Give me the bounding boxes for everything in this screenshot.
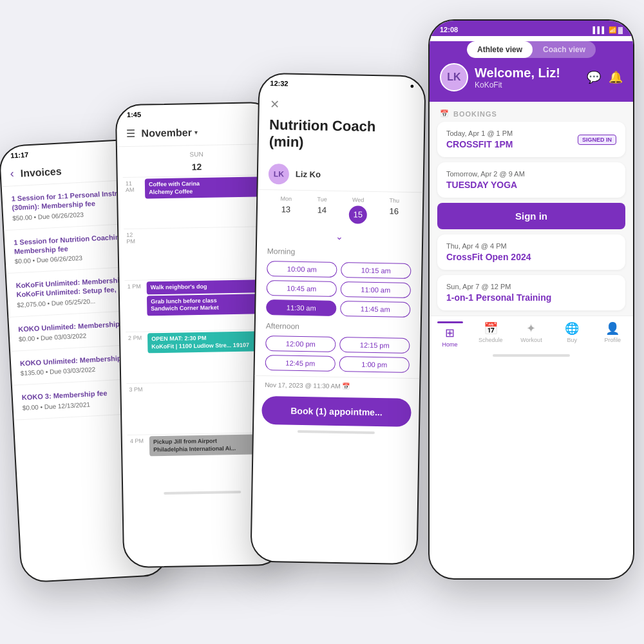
user-avatar: LK [440, 63, 468, 91]
date-col-mon[interactable]: Mon 13 [268, 195, 305, 223]
nav-buy[interactable]: 🌐 Buy [556, 321, 588, 348]
welcome-sub: KoKoFit [475, 80, 560, 90]
nav-schedule[interactable]: 📅 Schedule [475, 321, 507, 348]
signed-in-badge: SIGNED IN [578, 135, 616, 145]
booking-card-4[interactable]: Sun, Apr 7 @ 12 PM 1-on-1 Personal Train… [437, 275, 625, 310]
calendar-day-num-row: 12 [122, 159, 270, 177]
athlete-view-btn[interactable]: Athlete view [467, 41, 533, 58]
time-slot-12pm: 12 PM [124, 226, 272, 280]
phone-main: 12:08 ▌▌▌ 📶 ▓ Athlete view Coach view LK… [428, 19, 634, 580]
battery-icon: ▓ [618, 26, 623, 33]
home-indicator-nutrition [298, 430, 375, 434]
month-label: November [141, 127, 192, 139]
buy-icon: 🌐 [565, 321, 579, 336]
nav-label-profile: Profile [605, 337, 621, 343]
signal-bar-icon: ▌▌▌ [592, 26, 606, 33]
welcome-row: LK Welcome, Liz! KoKoFit 💬 🔔 [440, 63, 623, 91]
menu-icon[interactable]: ☰ [126, 128, 135, 140]
slot-1200pm[interactable]: 12:00 pm [265, 336, 336, 352]
event-subtitle: KoKoFit | 1100 Ludlow Stre... 19107 [151, 341, 269, 351]
close-button[interactable]: ✕ [260, 90, 425, 117]
date-col-thu[interactable]: Thu 16 [376, 197, 413, 225]
cal-event-dog[interactable]: Walk neighbor's dog [147, 279, 272, 294]
cal-event-coffee[interactable]: Coffee with Carina Alchemy Coffee [145, 176, 270, 199]
slot-100pm[interactable]: 1:00 pm [339, 356, 410, 373]
booking-card-row-1: Today, Apr 1 @ 1 PM CROSSFIT 1PM SIGNED … [446, 129, 616, 149]
afternoon-slots-grid: 12:00 pm 12:15 pm 12:45 pm 1:00 pm [255, 333, 421, 375]
signal-icons-main: ▌▌▌ 📶 ▓ [592, 26, 623, 33]
event-subtitle: Alchemy Coffee [149, 187, 266, 196]
schedule-icon: 📅 [484, 321, 498, 336]
time-label-3pm: 3 PM [126, 383, 147, 393]
cal-event-lunch[interactable]: Grab lunch before class Sandwich Corner … [147, 294, 272, 316]
main-content: 📅 BOOKINGS Today, Apr 1 @ 1 PM CROSSFIT … [430, 102, 633, 316]
coach-view-btn[interactable]: Coach view [533, 41, 596, 58]
profile-icon: 👤 [605, 321, 620, 336]
date-col-tue[interactable]: Tue 14 [304, 196, 341, 223]
signal-nutrition: ● [410, 82, 415, 90]
coach-name: Liz Ko [296, 169, 321, 180]
booking-date-1: Today, Apr 1 @ 1 PM CROSSFIT 1PM [446, 129, 513, 149]
bottom-nav: ⊞ Home 📅 Schedule ✦ Workout 🌐 Buy 👤 Prof… [430, 316, 633, 350]
booking-card-1[interactable]: Today, Apr 1 @ 1 PM CROSSFIT 1PM SIGNED … [437, 122, 625, 157]
slot-1145am[interactable]: 11:45 am [340, 301, 410, 317]
nav-home[interactable]: ⊞ Home [434, 321, 466, 348]
home-indicator-main [493, 354, 570, 357]
booking-date-4: Sun, Apr 7 @ 12 PM [446, 283, 616, 290]
time-main: 12:08 [440, 26, 458, 33]
booking-date-3: Thu, Apr 4 @ 4 PM [446, 242, 616, 250]
nav-profile[interactable]: 👤 Profile [596, 321, 629, 348]
back-icon[interactable]: ‹ [10, 167, 14, 180]
date-picker: Mon 13 Tue 14 Wed 15 Thu 16 [257, 190, 422, 230]
bell-icon[interactable]: 🔔 [609, 70, 623, 84]
time-label-4pm: 4 PM [128, 435, 148, 444]
booking-class-2: TUESDAY YOGA [446, 180, 616, 190]
time-label-2pm: 2 PM [126, 332, 146, 341]
sign-in-button[interactable]: Sign in [437, 203, 625, 229]
slot-1045am[interactable]: 10:45 am [267, 280, 337, 297]
book-button[interactable]: Book (1) appointme... [261, 396, 412, 427]
coach-avatar: LK [269, 164, 290, 185]
view-toggle: Athlete view Coach view [467, 41, 596, 58]
nav-workout[interactable]: ✦ Workout [515, 321, 547, 348]
calendar-small-icon: 📅 [440, 109, 450, 118]
slot-1245pm[interactable]: 12:45 pm [265, 355, 336, 372]
booking-class-4: 1-on-1 Personal Training [446, 292, 616, 303]
home-indicator-calendar [164, 491, 241, 495]
booking-card-2[interactable]: Tomorrow, Apr 2 @ 9 AM TUESDAY YOGA [437, 162, 625, 198]
event-subtitle: Sandwich Corner Market [151, 304, 268, 314]
chat-icon[interactable]: 💬 [587, 70, 601, 84]
slot-1000am[interactable]: 10:00 am [267, 261, 337, 278]
time-calendar: 1:45 [127, 111, 141, 118]
time-nutrition: 12:32 [270, 79, 288, 87]
wifi-icon: 📶 [609, 26, 616, 33]
dropdown-arrow-icon[interactable]: ▾ [194, 129, 198, 136]
nutrition-title: Nutrition Coach (min) [258, 114, 424, 161]
nav-label-workout: Workout [520, 337, 542, 343]
nav-label-buy: Buy [567, 337, 577, 343]
calendar-header: ☰ November ▾ [117, 118, 276, 147]
workout-icon: ✦ [526, 321, 536, 336]
phone-nutrition: 12:32 ● ✕ Nutrition Coach (min) LK Liz K… [250, 73, 426, 565]
home-icon: ⊞ [445, 326, 455, 340]
booking-card-3[interactable]: Thu, Apr 4 @ 4 PM CrossFit Open 2024 [437, 234, 625, 270]
slot-1015am[interactable]: 10:15 am [341, 262, 411, 279]
cal-events-11am: Coffee with Carina Alchemy Coffee [144, 175, 272, 202]
slot-1215pm[interactable]: 12:15 pm [339, 337, 410, 354]
time-slot-1pm: 1 PM Walk neighbor's dog Grab lunch befo… [124, 278, 273, 332]
booking-class-3: CrossFit Open 2024 [446, 252, 616, 262]
cal-events-12pm [144, 227, 272, 231]
date-col-wed[interactable]: Wed 15 [340, 196, 377, 224]
slot-1130am[interactable]: 11:30 am [266, 299, 336, 316]
day-num-12: 12 [122, 159, 270, 177]
header-icons: 💬 🔔 [587, 70, 623, 84]
coach-row: LK Liz Ko [258, 158, 423, 193]
nav-active-indicator [437, 321, 463, 323]
time-invoices: 11:17 [10, 151, 29, 159]
welcome-name: Welcome, Liz! [475, 66, 560, 80]
welcome-text: Welcome, Liz! KoKoFit [475, 66, 560, 90]
slot-1100am[interactable]: 11:00 am [341, 281, 411, 298]
morning-slots-grid: 10:00 am 10:15 am 10:45 am 11:00 am 11:3… [256, 258, 422, 320]
nav-label-home: Home [442, 341, 458, 348]
nav-label-schedule: Schedule [478, 337, 503, 343]
